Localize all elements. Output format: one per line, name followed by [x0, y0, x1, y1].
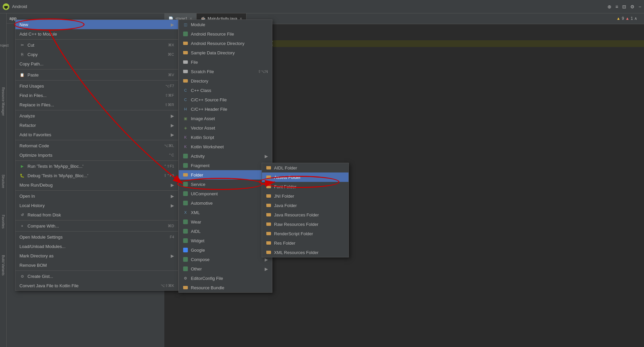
- resource-manager-label[interactable]: Resource Manager: [1, 87, 5, 116]
- submenu-module[interactable]: ◫ Module: [179, 20, 272, 29]
- add-favorites-arrow: ▶: [171, 132, 174, 137]
- submenu-android-res-file[interactable]: Android Resource File: [179, 29, 272, 39]
- menu-item-copy-path[interactable]: Copy Path...: [15, 59, 178, 68]
- globe-icon[interactable]: ⊕: [607, 4, 611, 9]
- structure-label[interactable]: Structure: [1, 175, 5, 188]
- cut-shortcut: ⌘X: [168, 43, 174, 47]
- up-arrow[interactable]: ∧: [634, 16, 637, 21]
- menu-item-find-files[interactable]: Find in Files... ⇧⌘F: [15, 91, 178, 100]
- run-icon: ▶: [19, 163, 25, 169]
- submenu-editorconfig[interactable]: ⚙ EditorConfig File: [179, 274, 272, 283]
- minimize-icon[interactable]: −: [639, 4, 641, 9]
- create-gist-label: Create Gist...: [28, 274, 53, 279]
- submenu-renderscript-folder[interactable]: RenderScript Folder: [262, 229, 348, 238]
- favorites-label[interactable]: Favorites: [1, 215, 5, 229]
- warning-count: 9: [622, 16, 624, 21]
- submenu-res-folder[interactable]: Res Folder: [262, 238, 348, 248]
- xml-icon: X: [183, 210, 188, 215]
- submenu-sample-data[interactable]: Sample Data Directory: [179, 48, 272, 57]
- submenu-java-res-folder[interactable]: Java Resources Folder: [262, 210, 348, 219]
- find-files-shortcut: ⇧⌘F: [165, 93, 174, 98]
- submenu-uicomponent[interactable]: UIComponent ▶: [179, 189, 272, 198]
- menu-item-paste[interactable]: 📋 Paste ⌘V: [15, 70, 178, 80]
- submenu-cpp-header[interactable]: H C/C++ Header File: [179, 104, 272, 114]
- submenu-kotlin-worksheet[interactable]: K Kotlin Worksheet: [179, 142, 272, 151]
- submenu-fragment[interactable]: Fragment: [179, 161, 272, 170]
- submenu-automotive[interactable]: Automotive ▶: [179, 198, 272, 208]
- module-icon: ◫: [183, 22, 188, 27]
- submenu-file[interactable]: File: [179, 57, 272, 67]
- menu-item-optimize[interactable]: Optimize Imports ⌃C: [15, 150, 178, 160]
- menu-item-module-settings[interactable]: Open Module Settings F4: [15, 232, 178, 242]
- context-menu[interactable]: New ▶ Add C++ to Module ✂ Cut ⌘X ⎘ Copy …: [15, 19, 178, 291]
- menu-item-new[interactable]: New ▶: [15, 20, 178, 29]
- menu-item-mark-dir[interactable]: Mark Directory as ▶: [15, 251, 178, 260]
- submenu-new[interactable]: ◫ Module Android Resource File Android R…: [178, 19, 272, 293]
- directory-icon: [183, 78, 188, 84]
- add-cpp-label: Add C++ to Module: [19, 32, 57, 37]
- submenu-kotlin-script[interactable]: K Kotlin Script: [179, 133, 272, 142]
- menu-item-copy[interactable]: ⎘ Copy ⌘C: [15, 50, 178, 59]
- submenu-scratch-file[interactable]: Scratch File ⇧⌥N: [179, 67, 272, 76]
- editorconfig-icon: ⚙: [183, 276, 188, 281]
- compose-icon: [183, 257, 188, 262]
- submenu-cpp-source[interactable]: C C/C++ Source File: [179, 95, 272, 104]
- gear-icon[interactable]: ⚙: [630, 4, 635, 9]
- menu-item-run-tests[interactable]: ▶ Run 'Tests in 'MyApp_Bloc...' ⌃⇧F1: [15, 161, 178, 171]
- submenu-folder[interactable]: Folder ▶: [179, 170, 272, 180]
- android-res-dir-icon: [183, 41, 188, 46]
- submenu-service[interactable]: Service ▶: [179, 180, 272, 189]
- res-folder-icon: [266, 240, 271, 246]
- menu-item-load-unload[interactable]: Load/Unload Modules...: [15, 242, 178, 251]
- menu-item-add-cpp[interactable]: Add C++ to Module: [15, 29, 178, 39]
- menu-item-local-history[interactable]: Local History ▶: [15, 201, 178, 210]
- submenu-xml-res-folder[interactable]: XML Resources Folder: [262, 248, 348, 257]
- submenu-other[interactable]: Other ▶: [179, 264, 272, 274]
- new-arrow: ▶: [171, 22, 174, 27]
- optimize-label: Optimize Imports: [19, 153, 52, 158]
- list-icon[interactable]: ≡: [615, 4, 618, 9]
- menu-item-find-usages[interactable]: Find Usages ⌥F7: [15, 81, 178, 91]
- submenu-image-asset[interactable]: ▣ Image Asset: [179, 114, 272, 123]
- submenu-assets-folder[interactable]: Assets Folder: [262, 172, 348, 182]
- submenu-resource-bundle[interactable]: Resource Bundle: [179, 283, 272, 292]
- menu-item-more-run[interactable]: More Run/Debug ▶: [15, 180, 178, 190]
- submenu-wear[interactable]: Wear ▶: [179, 217, 272, 227]
- open-in-label: Open In: [19, 194, 35, 199]
- menu-item-debug-tests[interactable]: 🐛 Debug 'Tests in 'MyApp_Bloc...' ⇧⌃F9: [15, 171, 178, 180]
- menu-item-compare[interactable]: + Compare With... ⌘D: [15, 221, 178, 231]
- submenu-compose[interactable]: Compose ▶: [179, 255, 272, 264]
- menu-item-analyze[interactable]: Analyze ▶: [15, 111, 178, 120]
- submenu-font-folder[interactable]: Font Folder: [262, 182, 348, 191]
- aidl-folder-icon: [266, 165, 271, 170]
- submenu-java-folder[interactable]: Java Folder: [262, 201, 348, 210]
- submenu-raw-res-folder[interactable]: Raw Resources Folder: [262, 219, 348, 229]
- submenu-android-res-dir[interactable]: Android Resource Directory: [179, 39, 272, 48]
- menu-item-refactor[interactable]: Refactor ▶: [15, 120, 178, 130]
- menu-item-remove-bom[interactable]: Remove BOM: [15, 260, 178, 270]
- submenu-jni-folder[interactable]: JNI Folder: [262, 191, 348, 201]
- submenu-widget[interactable]: Widget ▶: [179, 236, 272, 245]
- optimize-shortcut: ⌃C: [168, 153, 174, 157]
- project-label[interactable]: Project: [0, 44, 8, 47]
- menu-item-create-gist[interactable]: ⊙ Create Gist...: [15, 271, 178, 281]
- submenu-aidl[interactable]: AIDL ▶: [179, 227, 272, 236]
- split-icon[interactable]: ⊟: [622, 4, 626, 9]
- menu-item-open-in[interactable]: Open In ▶: [15, 191, 178, 201]
- menu-item-replace-files[interactable]: Replace in Files... ⇧⌘R: [15, 100, 178, 109]
- menu-item-cut[interactable]: ✂ Cut ⌘X: [15, 40, 178, 50]
- submenu-directory[interactable]: Directory: [179, 76, 272, 86]
- toolbar-title: Android: [12, 4, 27, 9]
- menu-item-reformat[interactable]: Reformat Code ⌥⌘L: [15, 141, 178, 150]
- menu-item-convert-java[interactable]: Convert Java File to Kotlin File ⌥⇧⌘K: [15, 281, 178, 290]
- menu-item-add-favorites[interactable]: Add to Favorites ▶: [15, 130, 178, 139]
- submenu-activity[interactable]: Activity ▶: [179, 151, 272, 161]
- build-variants-label[interactable]: Build Variants: [1, 255, 5, 276]
- submenu-folder-menu[interactable]: AIDL Folder Assets Folder Font Folder JN…: [262, 163, 349, 257]
- submenu-vector-asset[interactable]: ◈ Vector Asset: [179, 123, 272, 133]
- submenu-xml[interactable]: X XML ▶: [179, 208, 272, 217]
- submenu-google[interactable]: Google ▶: [179, 245, 272, 255]
- submenu-cpp-class[interactable]: C C++ Class: [179, 86, 272, 95]
- submenu-aidl-folder[interactable]: AIDL Folder: [262, 163, 348, 172]
- menu-item-reload[interactable]: ↺ Reload from Disk: [15, 210, 178, 219]
